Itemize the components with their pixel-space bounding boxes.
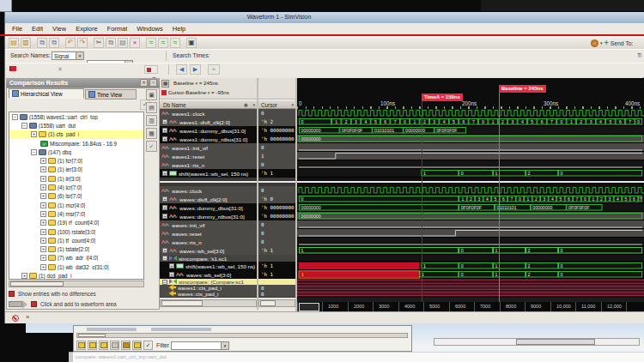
tree-expand-icon[interactable]: + (40, 229, 46, 235)
wave-row-bus[interactable]: 10120 (297, 169, 644, 178)
signal-name-row[interactable]: waves1::cts_pad_i (160, 285, 257, 291)
tree-expand-icon[interactable]: − (21, 123, 27, 129)
menu-edit[interactable]: Edit (32, 25, 43, 33)
expand-icon[interactable]: + (162, 205, 167, 210)
tree-item[interactable]: −(147) dbg (9, 148, 143, 156)
wave-row-bus[interactable]: 000000000F0F0F0F01010101000000000F0F0F0F (297, 126, 644, 135)
palette-hscrollbar[interactable] (76, 333, 408, 338)
palette-tool-icon[interactable] (121, 341, 131, 350)
signal-name-row[interactable]: waves::rts_n (160, 238, 257, 246)
expand-icon[interactable]: + (162, 136, 167, 142)
wave-row-cmp[interactable]: 10120 (297, 262, 644, 270)
tree-expand-icon[interactable]: + (40, 255, 46, 261)
snapshot-caret-icon[interactable]: ▾ (600, 40, 603, 45)
menu-format[interactable]: Format (107, 25, 128, 33)
tree-expand-icon[interactable]: − (12, 114, 18, 120)
wave-row-level[interactable] (297, 152, 644, 160)
click-add-checkbox[interactable] (31, 301, 37, 307)
wave-row-bus[interactable]: 10120 (297, 246, 644, 255)
palette-tool-icon[interactable] (99, 341, 108, 350)
search-names-mode-select[interactable]: Signal▾ (52, 51, 84, 60)
search-signal-icon[interactable]: ▣ (186, 38, 197, 48)
paste-group-icon[interactable]: ⧉ (49, 38, 59, 48)
next-edge-button[interactable]: ▶ (190, 64, 201, 75)
wave-row-level[interactable] (297, 220, 644, 229)
panel-tool-icon[interactable]: ✓ (146, 141, 157, 152)
tree-item[interactable]: +(1) tf_count[4:0] (9, 236, 143, 244)
signal-name-row[interactable]: waves1::init_vif (160, 143, 257, 152)
tree-expand-icon[interactable]: + (40, 184, 46, 190)
wave-row-cmp[interactable]: 110120 (297, 270, 644, 279)
menu-help[interactable]: Help (173, 25, 185, 33)
wave-row-bus[interactable]: 00000000 (297, 212, 644, 220)
tree-expand-icon[interactable]: + (40, 220, 46, 226)
tree-item[interactable]: +(4) lcr[7:0] (9, 183, 143, 191)
status-chevrons[interactable]: » (26, 313, 29, 321)
expand-icon[interactable]: + (162, 214, 167, 219)
tree-item[interactable]: +(100) rstate[3:0] (9, 227, 143, 236)
tree-expand-icon[interactable]: + (21, 273, 27, 279)
expand-icon[interactable]: + (162, 196, 167, 202)
db-name-column-header[interactable]: Db Name ✱ ▾ (160, 100, 257, 109)
timea-cursor-line[interactable] (422, 101, 422, 302)
expand-icon[interactable]: + (169, 272, 174, 277)
tree-item[interactable]: +(1) tstate[2:0] (9, 244, 143, 253)
wave-row-bus[interactable]: 012345670123456701234567012345670 (297, 118, 644, 126)
filter-input[interactable]: ▾ (171, 341, 229, 350)
wave-row-level[interactable] (297, 238, 644, 246)
show-entries-checkbox[interactable] (9, 291, 15, 297)
tree-expand-icon[interactable]: + (31, 131, 37, 137)
signal-name-row[interactable]: +shift(waves1::wb_sel, 150 ns) (160, 262, 257, 270)
signal-name-row[interactable]: +waves::div8_clk[2:0] (160, 195, 257, 203)
comparison-panel-title[interactable]: Comparison Results (6, 78, 160, 87)
signal-group-row[interactable]: −simcompare: 's1.sc1 (160, 255, 257, 262)
undo-icon[interactable]: ↶ (65, 38, 76, 48)
cut-icon[interactable]: ✂ (94, 38, 104, 48)
tree-expand-icon[interactable]: + (40, 211, 46, 217)
panel-tool-icon[interactable]: ▣ (146, 89, 157, 100)
palette-tool-icon[interactable] (76, 341, 86, 350)
signal-name-row[interactable]: +waves::wb_sel[3:0] (160, 270, 257, 279)
tree-item[interactable]: +(19) rf_count[4:0] (9, 219, 143, 227)
signal-name-row[interactable]: waves::reset (160, 229, 257, 238)
save-icon[interactable]: ▥ (21, 38, 31, 48)
background-hscrollbar[interactable] (434, 338, 640, 346)
expand-icon[interactable]: − (162, 280, 167, 285)
palette-filter-check-icon[interactable]: ✓ (143, 341, 153, 350)
overview-scroll-thumb[interactable] (299, 303, 319, 311)
chevron-down-icon[interactable]: ▾ (221, 342, 228, 349)
palette-tool-icon[interactable] (88, 341, 97, 350)
expand-icon[interactable]: + (169, 263, 174, 268)
overview-time-axis[interactable]: 10002000300040005000600070008000900010,0… (297, 302, 644, 311)
tree-item[interactable]: ✓Miscompare: 16.84us - 16.9 (9, 139, 143, 148)
signal-name-row[interactable]: waves::init_vif (160, 220, 257, 229)
names-tool-icon[interactable]: ▦ (161, 80, 169, 87)
signal-name-row[interactable]: waves::cts_pad_i (160, 291, 257, 297)
expand-icon[interactable]: − (162, 256, 167, 261)
show-entries-row[interactable]: Show entries with no differences (9, 289, 153, 298)
signal-name-row[interactable]: +waves1::div8_clk[2:0] (160, 118, 257, 126)
chevron-down-icon[interactable]: ▾ (76, 52, 83, 59)
chevron-down-icon[interactable]: ▾ (208, 90, 210, 95)
delete-icon[interactable]: × (130, 38, 140, 48)
signal-group-row[interactable]: −simcompare: (Compare:sc1 (160, 279, 257, 285)
waveform-canvas[interactable]: 0123456701234567012345670123456700000000… (297, 109, 644, 298)
tree-item[interactable]: −(1558) waves1::uart_ctrl_top (9, 112, 143, 121)
chevron-down-icon[interactable]: ▾ (291, 100, 294, 109)
panel-tool-icon[interactable]: ▦ (146, 128, 157, 139)
snapshot-icon[interactable] (591, 39, 598, 47)
tree-item[interactable]: +(1) mcr[4:0] (9, 201, 143, 209)
tree-expand-icon[interactable]: + (40, 246, 46, 252)
tree-item[interactable]: +(7) wb_adr_i[4:0] (9, 254, 143, 262)
wave-row-none[interactable] (297, 255, 644, 262)
cursor-column-header[interactable]: Cursor ▾ (258, 100, 295, 109)
tree-expand-icon[interactable]: + (40, 202, 46, 208)
baseline-cursor-line[interactable] (499, 93, 500, 302)
cursor-hscrollbar[interactable] (258, 299, 295, 307)
copy-icon[interactable]: ⧉ (106, 38, 116, 48)
menu-explore[interactable]: Explore (76, 25, 97, 33)
names-hscrollbar[interactable] (160, 299, 257, 307)
paste-icon[interactable]: ▤ (118, 38, 128, 48)
signal-name-row[interactable]: waves1::clock (160, 109, 257, 118)
chevron-down-icon[interactable]: ▾ (195, 81, 197, 86)
